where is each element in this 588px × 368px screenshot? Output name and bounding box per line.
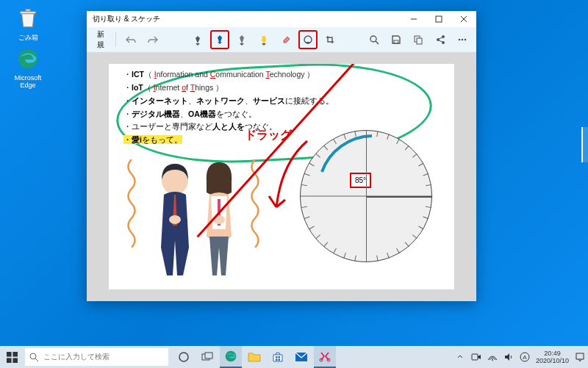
svg-point-21 bbox=[465, 39, 467, 41]
angle-readout: 85° bbox=[350, 173, 371, 188]
svg-rect-39 bbox=[276, 359, 278, 361]
maximize-button[interactable] bbox=[426, 11, 451, 27]
svg-line-10 bbox=[376, 41, 379, 44]
svg-rect-29 bbox=[7, 358, 12, 363]
svg-point-19 bbox=[459, 39, 461, 41]
search-icon bbox=[29, 353, 39, 362]
recycle-bin[interactable]: ごみ箱 bbox=[6, 4, 50, 43]
share-button[interactable] bbox=[431, 30, 450, 49]
crop-button[interactable] bbox=[320, 30, 340, 49]
svg-rect-28 bbox=[12, 352, 18, 357]
minimize-button[interactable] bbox=[401, 11, 426, 27]
zoom-button[interactable] bbox=[365, 30, 384, 49]
titlebar: 切り取り & スケッチ bbox=[87, 11, 476, 27]
tray-chevron-icon[interactable] bbox=[455, 352, 465, 362]
redo-button[interactable] bbox=[143, 30, 162, 49]
task-view-button[interactable] bbox=[196, 346, 218, 368]
svg-point-33 bbox=[179, 353, 188, 361]
canvas[interactable]: ・ICT（ Information and Communication Tech… bbox=[109, 64, 454, 289]
date: 2020/10/10 bbox=[536, 357, 569, 364]
svg-rect-30 bbox=[12, 358, 18, 363]
svg-rect-44 bbox=[472, 354, 478, 360]
close-button[interactable] bbox=[451, 11, 476, 27]
eraser-button[interactable] bbox=[276, 30, 295, 49]
search-placeholder: ここに入力して検索 bbox=[43, 352, 110, 362]
svg-point-45 bbox=[492, 359, 493, 361]
meet-now-icon[interactable] bbox=[471, 352, 481, 362]
svg-point-23 bbox=[169, 215, 181, 224]
snip-sketch-window: 切り取り & スケッチ 新規 ・ICT（ In bbox=[87, 11, 476, 301]
edge-label: Microsoft Edge bbox=[6, 74, 50, 89]
svg-rect-0 bbox=[26, 9, 30, 11]
cortana-button[interactable] bbox=[173, 346, 195, 368]
new-snip-button[interactable]: 新規 bbox=[91, 30, 110, 49]
window-title: 切り取り & スケッチ bbox=[93, 14, 160, 24]
svg-point-20 bbox=[462, 39, 464, 41]
time: 20:49 bbox=[536, 350, 569, 357]
svg-line-18 bbox=[439, 40, 442, 42]
touch-writing-button[interactable] bbox=[188, 30, 207, 49]
task-view-peek[interactable] bbox=[581, 127, 588, 162]
svg-text:A: A bbox=[523, 354, 527, 361]
start-button[interactable] bbox=[0, 346, 24, 368]
svg-line-17 bbox=[439, 37, 442, 39]
svg-rect-3 bbox=[436, 16, 442, 22]
edge-shortcut[interactable]: Microsoft Edge bbox=[6, 46, 50, 89]
save-button[interactable] bbox=[387, 30, 406, 49]
highlighter-button[interactable] bbox=[254, 30, 273, 49]
taskbar-edge[interactable] bbox=[220, 346, 242, 368]
red-arrow bbox=[263, 137, 315, 218]
svg-rect-13 bbox=[417, 38, 422, 44]
network-icon[interactable] bbox=[487, 352, 498, 362]
ruler-protractor-button[interactable] bbox=[298, 30, 318, 49]
taskbar: ここに入力して検索 A 20:49 2020/10/10 bbox=[0, 346, 588, 368]
svg-rect-37 bbox=[276, 356, 278, 358]
svg-point-8 bbox=[304, 36, 312, 43]
system-tray: A 20:49 2020/10/10 bbox=[455, 350, 588, 365]
taskbar-mail[interactable] bbox=[290, 346, 312, 368]
new-label: 新規 bbox=[97, 29, 104, 50]
pencil-button[interactable] bbox=[232, 30, 251, 49]
svg-point-31 bbox=[30, 353, 36, 359]
recycle-bin-label: ごみ箱 bbox=[6, 33, 50, 43]
ballpoint-pen-button[interactable] bbox=[210, 30, 229, 49]
svg-rect-38 bbox=[279, 356, 281, 358]
protractor-arc bbox=[313, 131, 431, 249]
taskbar-explorer[interactable] bbox=[243, 346, 265, 368]
protractor[interactable]: 85° bbox=[300, 130, 432, 262]
undo-button[interactable] bbox=[121, 30, 140, 49]
search-box[interactable]: ここに入力して検索 bbox=[25, 348, 168, 366]
taskbar-snip[interactable] bbox=[314, 346, 336, 368]
svg-rect-48 bbox=[576, 353, 584, 359]
edge-icon bbox=[15, 46, 41, 72]
clock[interactable]: 20:49 2020/10/10 bbox=[536, 350, 569, 365]
svg-line-32 bbox=[35, 358, 38, 361]
recycle-bin-icon bbox=[15, 4, 41, 31]
svg-rect-27 bbox=[7, 352, 12, 357]
squiggle-left bbox=[125, 159, 138, 248]
more-button[interactable] bbox=[453, 30, 472, 49]
people-illustration bbox=[142, 159, 252, 277]
toolbar: 新規 bbox=[87, 27, 476, 52]
copy-button[interactable] bbox=[409, 30, 428, 49]
svg-rect-40 bbox=[279, 359, 281, 361]
volume-icon[interactable] bbox=[503, 352, 514, 362]
svg-point-9 bbox=[370, 36, 376, 42]
notifications-icon[interactable] bbox=[575, 352, 585, 362]
ime-icon[interactable]: A bbox=[520, 352, 530, 362]
taskbar-store[interactable] bbox=[267, 346, 289, 368]
svg-rect-35 bbox=[205, 353, 212, 358]
